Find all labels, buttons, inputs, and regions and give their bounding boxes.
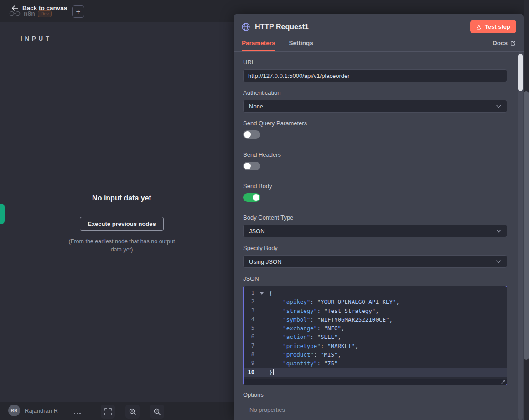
window-scrollbar-thumb[interactable] bbox=[524, 91, 529, 360]
fold-spacer bbox=[254, 307, 269, 315]
text-cursor bbox=[273, 369, 274, 375]
send-query-parameters-field: Send Query Parameters bbox=[243, 120, 507, 139]
code-line[interactable]: 1{ bbox=[244, 289, 507, 297]
line-number: 1 bbox=[244, 289, 254, 297]
resize-handle-icon[interactable] bbox=[501, 379, 506, 384]
add-tab-button[interactable]: + bbox=[72, 5, 84, 18]
chevron-down-icon bbox=[496, 260, 501, 263]
docs-label: Docs bbox=[493, 40, 508, 46]
options-section-label: Options bbox=[243, 391, 507, 399]
empty-state-title: No input data yet bbox=[40, 194, 203, 202]
url-input[interactable] bbox=[243, 69, 507, 82]
code-line[interactable]: 7 "pricetype": "MARKET", bbox=[244, 342, 507, 350]
code-line[interactable]: 9 "quantity": "75" bbox=[244, 359, 507, 368]
specify-body-value: Using JSON bbox=[249, 258, 282, 265]
toggle-knob bbox=[253, 194, 259, 201]
code-line[interactable]: 8 "product": "MIS", bbox=[244, 350, 507, 359]
code-text: } bbox=[269, 368, 274, 377]
avatar: RR bbox=[8, 405, 20, 416]
fold-spacer bbox=[254, 342, 269, 350]
zoom-out-button[interactable] bbox=[150, 405, 164, 419]
node-panel-header: HTTP Request1 Test step bbox=[234, 14, 524, 40]
node-detail-panel: HTTP Request1 Test step Parameters Setti… bbox=[234, 14, 524, 420]
fold-spacer bbox=[254, 359, 269, 368]
body-content-type-value: JSON bbox=[249, 228, 265, 235]
tab-settings[interactable]: Settings bbox=[289, 40, 313, 50]
test-step-button[interactable]: Test step bbox=[470, 20, 516, 33]
line-number: 3 bbox=[244, 307, 254, 315]
code-line[interactable]: 4 "symbol": "NIFTY06MAR2522100CE", bbox=[244, 315, 507, 324]
authentication-label: Authentication bbox=[243, 89, 507, 97]
zoom-in-button[interactable] bbox=[125, 405, 140, 419]
execute-previous-nodes-button[interactable]: Execute previous nodes bbox=[80, 217, 164, 231]
toggle-knob bbox=[244, 163, 251, 169]
line-number: 8 bbox=[244, 350, 254, 359]
empty-state-caption: (From the earliest node that has no outp… bbox=[40, 237, 203, 254]
code-line[interactable]: 5 "exchange": "NFO", bbox=[244, 324, 507, 333]
send-headers-field: Send Headers bbox=[243, 151, 507, 170]
back-to-canvas-link[interactable]: Back to canvas bbox=[12, 5, 67, 11]
line-number: 2 bbox=[244, 297, 254, 306]
zoom-to-fit-button[interactable] bbox=[101, 405, 115, 419]
body-content-type-field: Body Content Type JSON bbox=[243, 214, 507, 237]
specify-body-label: Specify Body bbox=[243, 245, 507, 252]
code-text: { bbox=[269, 289, 273, 297]
code-text: "apikey": "YOUR_OPENALGO_API_KEY", bbox=[269, 297, 399, 306]
code-text: "quantity": "75" bbox=[269, 359, 338, 368]
authentication-field: Authentication None bbox=[243, 89, 507, 113]
specify-body-field: Specify Body Using JSON bbox=[243, 245, 507, 268]
body-content-type-select[interactable]: JSON bbox=[243, 225, 507, 237]
docs-link[interactable]: Docs bbox=[493, 40, 516, 46]
code-line[interactable]: 2 "apikey": "YOUR_OPENALGO_API_KEY", bbox=[244, 297, 507, 306]
user-menu-ellipsis-icon[interactable] bbox=[73, 409, 81, 417]
code-text: "exchange": "NFO", bbox=[269, 324, 345, 333]
authentication-select[interactable]: None bbox=[243, 100, 507, 113]
fold-spacer bbox=[254, 333, 269, 341]
code-line[interactable]: 10} bbox=[244, 368, 507, 377]
send-headers-toggle[interactable] bbox=[243, 162, 260, 170]
line-number: 7 bbox=[244, 342, 254, 350]
line-number: 5 bbox=[244, 324, 254, 333]
fold-spacer bbox=[254, 315, 269, 324]
zoom-out-icon bbox=[154, 408, 161, 415]
parameters-form: URL Authentication None Send Query Param… bbox=[234, 52, 524, 420]
panel-scrollbar-thumb[interactable] bbox=[518, 54, 523, 91]
url-field: URL bbox=[243, 59, 507, 82]
line-number: 10 bbox=[244, 368, 254, 377]
code-text: "symbol": "NIFTY06MAR2522100CE", bbox=[269, 315, 393, 324]
send-body-toggle[interactable] bbox=[243, 193, 260, 202]
toggle-knob bbox=[244, 131, 251, 138]
specify-body-select[interactable]: Using JSON bbox=[243, 255, 507, 268]
panel-scrollbar-track[interactable] bbox=[518, 52, 523, 420]
chevron-down-icon bbox=[496, 105, 501, 108]
send-body-label: Send Body bbox=[243, 183, 507, 190]
editor-horizontal-scrollbar[interactable] bbox=[244, 379, 507, 385]
fold-spacer bbox=[254, 297, 269, 306]
chevron-down-icon bbox=[496, 230, 501, 233]
flask-icon bbox=[476, 24, 482, 30]
send-query-parameters-toggle[interactable] bbox=[243, 130, 260, 139]
user-name: Rajandran R bbox=[25, 407, 58, 414]
code-text: "pricetype": "MARKET", bbox=[269, 342, 358, 350]
json-label: JSON bbox=[243, 275, 507, 282]
node-panel-tabs: Parameters Settings Docs bbox=[234, 40, 524, 52]
code-line[interactable]: 6 "action": "SELL", bbox=[244, 333, 507, 341]
authentication-value: None bbox=[249, 103, 263, 110]
tab-parameters[interactable]: Parameters bbox=[242, 40, 275, 51]
input-panel-title: INPUT bbox=[21, 35, 52, 42]
external-link-icon bbox=[510, 41, 516, 46]
send-body-field: Send Body bbox=[243, 183, 507, 202]
window-scrollbar-track[interactable] bbox=[524, 0, 529, 420]
fold-spacer bbox=[254, 350, 269, 359]
code-line[interactable]: 3 "strategy": "Test Strategy", bbox=[244, 307, 507, 315]
fold-chevron-icon[interactable] bbox=[254, 289, 269, 297]
user-menu[interactable]: RR Rajandran R bbox=[8, 405, 58, 416]
json-code-editor[interactable]: 1{2 "apikey": "YOUR_OPENALGO_API_KEY",3 … bbox=[243, 286, 507, 385]
node-title[interactable]: HTTP Request1 bbox=[255, 23, 309, 31]
canvas-zoom-controls bbox=[101, 405, 164, 419]
line-number: 9 bbox=[244, 359, 254, 368]
test-step-label: Test step bbox=[485, 23, 510, 30]
n8n-logo-icon bbox=[9, 10, 21, 17]
node-connector-handle[interactable] bbox=[0, 204, 5, 224]
json-field: JSON 1{2 "apikey": "YOUR_OPENALGO_API_KE… bbox=[243, 275, 507, 385]
